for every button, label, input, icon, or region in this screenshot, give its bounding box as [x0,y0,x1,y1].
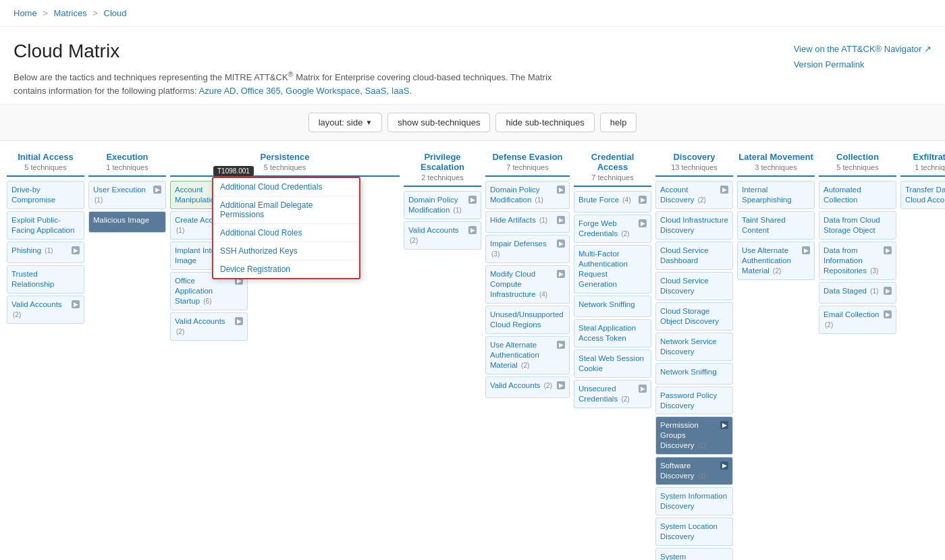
sub-ssh-authorized-keys[interactable]: SSH Authorized Keys [213,242,359,260]
use-alt-auth-lm-expand[interactable]: ▶ [802,246,810,254]
tech-account-disc[interactable]: Account Discovery (2)▶ [655,181,733,209]
tactic-header-def-evasion: Defense Evasion 7 techniques [485,148,570,177]
tactic-name-exfiltration[interactable]: Exfiltration [902,152,945,162]
tech-brute-force[interactable]: Brute Force (4)▶ [574,191,651,213]
tech-domain-policy-de[interactable]: Domain Policy Modification (1)▶ [485,181,570,209]
sub-additional-cloud-roles[interactable]: Additional Cloud Roles [213,224,359,242]
tech-password-policy[interactable]: Password Policy Discovery [655,387,733,415]
tech-data-cloud-storage[interactable]: Data from Cloud Storage Object [819,211,896,240]
perm-groups-expand[interactable]: ▶ [720,421,728,429]
tech-cloud-service-disc[interactable]: Cloud Service Discovery [655,272,733,300]
tech-steal-app-access[interactable]: Steal Application Access Token [574,319,651,347]
navigator-link[interactable]: View on the ATT&CK® Navigator ↗ [794,44,932,54]
data-info-repos-expand[interactable]: ▶ [884,246,892,254]
tech-drive-by[interactable]: Drive-by Compromise [7,181,84,209]
platform-google-workspace[interactable]: Google Workspace [286,86,360,96]
sub-device-registration[interactable]: Device Registration [213,260,359,278]
tech-modify-cloud-compute[interactable]: Modify Cloud Compute Infrastructure (4)▶ [485,265,570,304]
tactic-name-initial-access[interactable]: Initial Access [8,152,83,162]
tech-taint-shared[interactable]: Taint Shared Content [737,211,815,240]
version-permalink[interactable]: Version Permalink [794,59,932,69]
domain-policy-de-expand[interactable]: ▶ [557,186,565,194]
tactic-count-persistence: 5 techniques [171,163,398,171]
data-staged-expand[interactable]: ▶ [884,287,892,295]
tech-sys-info-disc[interactable]: System Information Discovery [655,487,733,515]
tactic-name-priv-esc[interactable]: Privilege Escalation [405,152,480,172]
platform-iaas[interactable]: IaaS [392,86,410,96]
tactic-name-execution[interactable]: Execution [90,152,165,162]
tactic-name-cred-access[interactable]: Credential Access [575,152,650,172]
tech-network-service-disc[interactable]: Network Service Discovery [655,333,733,361]
tech-domain-policy-pe[interactable]: Domain Policy Modification (1)▶ [404,191,481,219]
persistence-layout: Account Manipulation (5) ▶ Create Accoun… [170,177,400,340]
tech-cloud-storage-disc[interactable]: Cloud Storage Object Discovery [655,302,733,331]
domain-policy-pe-expand[interactable]: ▶ [468,196,477,204]
use-alt-auth-de-expand[interactable]: ▶ [557,341,565,349]
tech-valid-accts-pers[interactable]: Valid Accounts (2)▶ [170,312,248,341]
sub-additional-email-delegate[interactable]: Additional Email Delegate Permissions [213,196,359,224]
valid-accts-pe-expand[interactable]: ▶ [468,226,477,234]
tech-mfa-request-gen[interactable]: Multi-Factor Authentication Request Gene… [574,245,651,293]
valid-accts-ia-expand[interactable]: ▶ [72,300,80,308]
tech-auto-collection[interactable]: Automated Collection [819,181,896,209]
tech-network-sniffing-disc[interactable]: Network Sniffing [655,363,733,385]
unsecured-creds-expand[interactable]: ▶ [639,385,647,393]
tech-email-collection[interactable]: Email Collection (2)▶ [819,306,896,334]
account-disc-expand[interactable]: ▶ [720,186,728,194]
tech-user-exec[interactable]: User Execution (1)▶ [88,181,166,209]
layout-dropdown[interactable]: layout: side ▼ [308,113,383,132]
tech-cloud-infra-disc[interactable]: Cloud Infrastructure Discovery [655,211,733,240]
show-sub-techniques-btn[interactable]: show sub-techniques [387,113,490,132]
tech-unused-regions[interactable]: Unused/Unsupported Cloud Regions [485,306,570,334]
tech-forge-web-creds[interactable]: Forge Web Credentials (2)▶ [574,215,651,243]
modify-cloud-expand[interactable]: ▶ [557,270,565,278]
valid-accts-de-expand[interactable]: ▶ [557,381,565,389]
breadcrumb-matrices[interactable]: Matrices [54,8,87,18]
brute-force-expand[interactable]: ▶ [639,196,647,204]
hide-artifacts-expand[interactable]: ▶ [557,216,565,224]
tech-transfer-data-cloud[interactable]: Transfer Data to Cloud Account [900,181,945,209]
platform-saas[interactable]: SaaS [365,86,387,96]
tactic-name-collection[interactable]: Collection [820,152,895,162]
tech-use-alt-auth-lm[interactable]: Use Alternate Authentication Material (2… [737,242,815,280]
impair-defenses-expand[interactable]: ▶ [557,240,565,248]
tactic-name-persistence[interactable]: Persistence [171,152,398,162]
tech-perm-groups-disc[interactable]: Permission Groups Discovery (1)▶ [655,416,733,455]
sub-additional-cloud-creds[interactable]: Additional Cloud Credentials [213,178,359,196]
tech-data-staged[interactable]: Data Staged (1)▶ [819,282,896,304]
tech-sys-loc-disc[interactable]: System Location Discovery [655,517,733,546]
platform-office365[interactable]: Office 365 [241,86,281,96]
tech-impair-defenses[interactable]: Impair Defenses (3)▶ [485,235,570,263]
tech-valid-accts-pe[interactable]: Valid Accounts (2)▶ [404,221,481,250]
valid-accts-pers-expand[interactable]: ▶ [235,317,243,325]
email-collection-expand[interactable]: ▶ [884,310,892,318]
software-disc-expand[interactable]: ▶ [720,461,728,470]
tactic-name-lateral-movement[interactable]: Lateral Movement [738,152,813,162]
breadcrumb-cloud[interactable]: Cloud [104,8,127,18]
phishing-expand[interactable]: ▶ [72,246,80,254]
tech-hide-artifacts[interactable]: Hide Artifacts (1)▶ [485,211,570,233]
help-btn[interactable]: help [600,113,637,132]
tech-unsecured-creds[interactable]: Unsecured Credentials (2)▶ [574,380,651,408]
tech-data-info-repos[interactable]: Data from Information Repositories (3)▶ [819,242,896,280]
hide-sub-techniques-btn[interactable]: hide sub-techniques [495,113,594,132]
tech-system-disc[interactable]: System [655,548,733,560]
forge-web-expand[interactable]: ▶ [639,219,647,227]
platform-azure-ad[interactable]: Azure AD [199,86,236,96]
tech-malicious-image[interactable]: Malicious Image [88,211,166,233]
tech-cloud-service-dash[interactable]: Cloud Service Dashboard [655,242,733,270]
tech-trusted-rel[interactable]: Trusted Relationship [7,265,84,293]
tech-steal-web-session[interactable]: Steal Web Session Cookie [574,349,651,378]
tech-valid-accts-de[interactable]: Valid Accounts (2)▶ [485,376,570,398]
tech-phishing[interactable]: Phishing (1)▶ [7,242,84,263]
tactic-name-discovery[interactable]: Discovery [657,152,732,162]
tech-network-sniffing-ca[interactable]: Network Sniffing [574,296,651,317]
tech-use-alt-auth-de[interactable]: Use Alternate Authentication Material (2… [485,336,570,374]
user-exec-expand[interactable]: ▶ [153,186,161,194]
tech-internal-spearphish[interactable]: Internal Spearphishing [737,181,815,209]
tactic-name-def-evasion[interactable]: Defense Evasion [487,152,568,162]
breadcrumb-home[interactable]: Home [14,8,37,18]
tech-software-disc[interactable]: Software Discovery (1)▶ [655,457,733,485]
tech-exploit-public[interactable]: Exploit Public-Facing Application [7,211,84,240]
tech-valid-accts-ia[interactable]: Valid Accounts (2)▶ [7,296,84,324]
